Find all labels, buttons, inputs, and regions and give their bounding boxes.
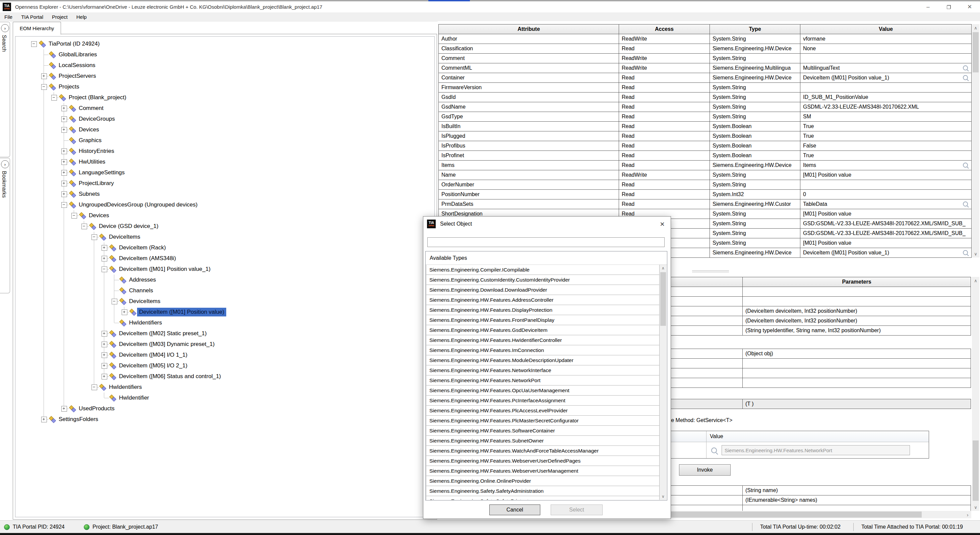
available-type-item[interactable]: Siemens.Engineering.HW.Features.Webserve… — [426, 455, 660, 466]
table-row[interactable]: IsProfinetReadSystem.BooleanTrue — [439, 151, 972, 161]
tree-node[interactable]: HistoryEntries — [16, 146, 434, 156]
magnifier-icon[interactable] — [963, 65, 968, 70]
tree-label[interactable]: TiaPortal (ID 24924) — [46, 40, 102, 48]
tree-node[interactable]: Subnets — [16, 189, 434, 199]
tree-node[interactable]: DeviceItem ([M03] Dynamic preset_1) — [16, 339, 434, 350]
tree-expand-icon[interactable] — [102, 374, 107, 379]
tree-node[interactable]: Addresses — [16, 275, 434, 285]
tree-collapse-icon[interactable] — [92, 384, 97, 390]
tree-node[interactable]: UsedProducts — [16, 403, 434, 414]
table-row[interactable]: IsPluggedReadSystem.BooleanTrue — [439, 131, 972, 141]
table-row[interactable]: ContainerReadSiemens.Engineering.HW.Devi… — [439, 73, 972, 83]
available-type-item[interactable]: Siemens.Engineering.Safety.SafetyPrintou… — [426, 496, 660, 500]
tree-label[interactable]: UsedProducts — [77, 404, 117, 413]
methods-scrollbar[interactable]: ∧ ∨ — [972, 277, 979, 511]
tree-collapse-icon[interactable] — [51, 95, 57, 100]
tree-node[interactable]: ProjectServers — [16, 71, 434, 81]
cancel-button[interactable]: Cancel — [489, 505, 540, 515]
dialog-list-scrollbar[interactable]: ∧ ∨ — [660, 265, 667, 500]
tree-label[interactable]: Comment — [77, 104, 106, 113]
tree-collapse-icon[interactable] — [41, 84, 47, 90]
tree-node[interactable]: SettingsFolders — [16, 414, 434, 425]
available-type-item[interactable]: Siemens.Engineering.HW.Features.GsdDevic… — [426, 325, 660, 335]
available-type-item[interactable]: Siemens.Engineering.HW.Features.PcInterf… — [426, 395, 660, 406]
table-row[interactable]: GsdNameReadSystem.StringGSDML-V2.33-LEUZ… — [439, 102, 972, 112]
available-type-item[interactable]: Siemens.Engineering.Online.OnlineProvide… — [426, 476, 660, 486]
tree-collapse-icon[interactable] — [92, 234, 97, 240]
type-filter-input[interactable] — [427, 237, 665, 247]
scroll-up-icon[interactable]: ∧ — [972, 24, 979, 32]
available-type-item[interactable]: Siemens.Engineering.HW.Features.Webserve… — [426, 466, 660, 476]
tree-expand-icon[interactable] — [61, 170, 67, 176]
tree-expand-icon[interactable] — [41, 417, 47, 422]
tree-collapse-icon[interactable] — [61, 202, 67, 208]
menu-item-file[interactable]: File — [0, 13, 17, 21]
available-type-item[interactable]: Siemens.Engineering.HW.Features.NetworkP… — [426, 375, 660, 385]
available-type-item[interactable]: Siemens.Engineering.HW.Features.ModuleDe… — [426, 355, 660, 365]
tree-expand-icon[interactable] — [61, 159, 67, 165]
available-type-item[interactable]: Siemens.Engineering.Download.DownloadPro… — [426, 285, 660, 295]
available-type-item[interactable]: Siemens.Engineering.HW.Features.OpcUaUse… — [426, 385, 660, 396]
tree-expand-icon[interactable] — [61, 191, 67, 197]
tree-node[interactable]: TiaPortal (ID 24924) — [16, 38, 434, 49]
table-row[interactable]: ItemsReadSiemens.Engineering.HW.DeviceIt… — [439, 161, 972, 170]
tree-label[interactable]: DeviceGroups — [77, 115, 117, 123]
tree-collapse-icon[interactable] — [72, 213, 77, 218]
tree-node[interactable]: Graphics — [16, 135, 434, 146]
tree-expand-icon[interactable] — [61, 406, 67, 412]
tree-node[interactable]: HwIdentifier — [16, 393, 434, 403]
menu-item-tia-portal[interactable]: TIA Portal — [17, 13, 48, 21]
tree-node[interactable]: Project (Blank_project) — [16, 92, 434, 103]
splitter-grip[interactable] — [692, 270, 729, 273]
tree-node[interactable]: DeviceItem ([M01] Position value) — [16, 307, 434, 317]
scroll-up-icon[interactable]: ∧ — [660, 265, 667, 272]
tree-node[interactable]: Projects — [16, 81, 434, 92]
tree-label[interactable]: Project (Blank_project) — [67, 93, 128, 102]
tree-expand-icon[interactable] — [61, 181, 67, 186]
scroll-up-icon[interactable]: ∧ — [972, 277, 979, 284]
tree-expand-icon[interactable] — [61, 148, 67, 154]
tree-expand-icon[interactable] — [61, 106, 67, 111]
tree-label[interactable]: SettingsFolders — [57, 415, 100, 424]
tree-label[interactable]: DeviceItems — [107, 232, 142, 241]
table-row[interactable]: CommentMLReadWriteSiemens.Engineering.Mu… — [439, 63, 972, 73]
tree-expand-icon[interactable] — [61, 116, 67, 122]
tree-node[interactable]: LanguageSettings — [16, 167, 434, 178]
tree-expand-icon[interactable] — [102, 331, 107, 336]
restore-button[interactable] — [939, 2, 959, 13]
tree-collapse-icon[interactable] — [102, 266, 107, 272]
scroll-down-icon[interactable]: ∨ — [972, 250, 979, 258]
tree-collapse-icon[interactable] — [81, 224, 87, 229]
tree-node[interactable]: Device (GSD device_1) — [16, 221, 434, 232]
close-button[interactable]: ✕ — [959, 2, 980, 13]
tree-node[interactable]: DeviceItems — [16, 296, 434, 307]
table-row[interactable]: GsdIdReadSystem.StringID_SUB_M1_Position… — [439, 92, 972, 102]
available-type-item[interactable]: Siemens.Engineering.Safety.SafetyAdminis… — [426, 486, 660, 496]
tree-label[interactable]: Devices — [87, 211, 111, 220]
tree-label[interactable]: Graphics — [77, 136, 103, 145]
tree-expand-icon[interactable] — [102, 352, 107, 358]
tree-label[interactable]: DeviceItem ([M02] Static preset_1) — [117, 329, 209, 338]
table-row[interactable]: OrderNumberReadSystem.String — [439, 180, 972, 190]
magnifier-icon[interactable] — [963, 162, 968, 167]
tree-label[interactable]: ProjectLibrary — [77, 179, 116, 188]
tree-label[interactable]: GlobalLibraries — [57, 50, 99, 59]
tab-eom-hierarchy[interactable]: EOM Hierarchy — [13, 22, 61, 35]
available-type-item[interactable]: Siemens.Engineering.HW.Features.HwIdenti… — [426, 335, 660, 345]
tree-label[interactable]: Devices — [77, 125, 101, 134]
type-parameter-field[interactable]: Siemens.Engineering.HW.Features.NetworkP… — [722, 445, 910, 455]
available-type-item[interactable]: Siemens.Engineering.HW.Features.ImConnec… — [426, 345, 660, 355]
tree-label[interactable]: Projects — [57, 83, 81, 91]
table-row[interactable]: PrmDataSetsReadSiemens.Engineering.HW.Cu… — [439, 199, 972, 209]
tree-node[interactable]: GlobalLibraries — [16, 49, 434, 60]
tree-label[interactable]: Channels — [127, 286, 155, 295]
scroll-right-icon[interactable]: › — [964, 511, 971, 518]
available-type-item[interactable]: Siemens.Engineering.HW.Features.PlcMaste… — [426, 416, 660, 426]
tree-node[interactable]: DeviceItem ([M06] Status and control_1) — [16, 371, 434, 382]
dialog-close-icon[interactable]: ✕ — [658, 220, 667, 229]
tree-expand-icon[interactable] — [102, 245, 107, 251]
table-row[interactable]: GsdTypeReadSystem.StringSM — [439, 112, 972, 122]
table-row[interactable]: IsProfibusReadSystem.BooleanFalse — [439, 141, 972, 151]
minimize-button[interactable]: – — [918, 2, 939, 13]
tree-label[interactable]: DeviceItem (AMS348i) — [117, 254, 178, 263]
